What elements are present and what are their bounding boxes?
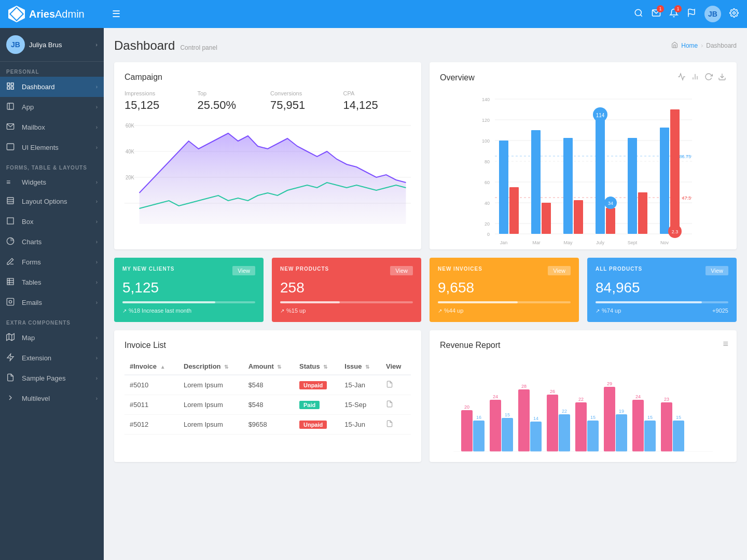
sidebar-item-forms[interactable]: Forms › xyxy=(0,252,104,272)
stat-label-cpa: CPA xyxy=(343,90,411,96)
stat-card-new-clients: MY NEW CLIENTS View 5,125 ↗ %18 Increase… xyxy=(114,258,264,322)
svg-point-22 xyxy=(9,300,11,303)
svg-text:Sept: Sept xyxy=(628,240,638,245)
col-invoice: #Invoice ▲ xyxy=(125,358,178,375)
cell-view-0[interactable] xyxy=(381,375,411,395)
cell-issue-0: 15-Jan xyxy=(339,375,381,395)
svg-text:26: 26 xyxy=(550,389,555,394)
cell-desc-2: Lorem Ipsum xyxy=(178,415,243,435)
invoice-list-card: Invoice List #Invoice ▲ Description ⇅ xyxy=(114,330,421,462)
app-logo[interactable]: AriesAdmin xyxy=(8,6,112,22)
svg-rect-96 xyxy=(559,414,570,452)
overview-card: Overview xyxy=(430,62,737,249)
stat-card-extra-all-products: +9025 xyxy=(712,307,728,314)
sidebar-item-mailbox[interactable]: Mailbox › xyxy=(0,117,104,137)
email-badge: 1 xyxy=(657,5,664,12)
multilevel-icon xyxy=(6,394,18,403)
stat-card-bar-fill-all-products xyxy=(596,301,702,303)
svg-rect-18 xyxy=(7,278,13,285)
extension-icon xyxy=(6,353,18,363)
sort-icon-issue[interactable]: ⇅ xyxy=(365,364,369,370)
sidebar: JB Juliya Brus › PERSONAL Dashboard › Ap… xyxy=(0,28,104,560)
sidebar-username: Juliya Brus xyxy=(29,41,95,49)
sidebar-item-label-map: Map xyxy=(22,334,96,342)
notifications-button[interactable]: 1 xyxy=(669,8,679,20)
sort-icon-description[interactable]: ⇅ xyxy=(224,364,228,370)
svg-rect-99 xyxy=(575,402,587,452)
sidebar-item-emails[interactable]: Emails › xyxy=(0,292,104,313)
sidebar-item-tables[interactable]: Tables › xyxy=(0,272,104,292)
svg-text:20: 20 xyxy=(464,404,469,410)
trend-up-icon-all-products: ↗ xyxy=(596,308,600,314)
breadcrumb-home-link[interactable]: Home xyxy=(681,42,698,49)
cell-view-2[interactable] xyxy=(381,415,411,435)
invoice-table: #Invoice ▲ Description ⇅ Amount ⇅ xyxy=(125,358,411,435)
sidebar-user-profile[interactable]: JB Juliya Brus › xyxy=(0,28,104,62)
svg-rect-100 xyxy=(587,421,599,452)
sidebar-item-widgets[interactable]: ≡ Widgets › xyxy=(0,173,104,191)
stat-card-trend-products: ↗ %15 up xyxy=(280,307,306,314)
stat-card-number-clients: 5,125 xyxy=(122,279,255,296)
svg-text:40: 40 xyxy=(485,201,490,206)
svg-rect-91 xyxy=(518,389,530,452)
search-button[interactable] xyxy=(634,8,643,20)
status-badge-2: Unpaid xyxy=(299,421,327,429)
sidebar-item-multilevel[interactable]: Multilevel › xyxy=(0,388,104,409)
sidebar-item-label-extension: Extension xyxy=(22,354,96,362)
stat-card-footer-clients: ↗ %18 Increase last month xyxy=(122,307,255,314)
sidebar-item-extension[interactable]: Extension › xyxy=(0,348,104,368)
svg-rect-23 xyxy=(7,298,13,305)
stat-card-footer-all-products: ↗ %74 up +9025 xyxy=(596,307,728,314)
svg-rect-88 xyxy=(502,418,513,452)
cell-status-0: Unpaid xyxy=(294,375,339,395)
sidebar-item-arrow-app: › xyxy=(96,104,98,110)
cell-invoice-2: #5012 xyxy=(125,415,178,435)
stat-card-bar-invoices xyxy=(438,301,571,303)
status-badge-0: Unpaid xyxy=(299,381,327,389)
flag-button[interactable] xyxy=(687,8,696,20)
cell-invoice-1: #5011 xyxy=(125,395,178,415)
bar-chart-icon[interactable] xyxy=(691,73,699,82)
sidebar-item-box[interactable]: Box › xyxy=(0,212,104,232)
stat-card-label-invoices: NEW INVOICES xyxy=(438,266,482,272)
sort-icon-amount[interactable]: ⇅ xyxy=(277,364,281,370)
stat-card-bar-clients xyxy=(122,301,255,303)
sidebar-item-map[interactable]: Map › xyxy=(0,328,104,348)
svg-text:15: 15 xyxy=(647,415,653,420)
svg-text:23: 23 xyxy=(664,397,669,402)
sidebar-item-sample-pages[interactable]: Sample Pages › xyxy=(0,368,104,388)
svg-rect-111 xyxy=(661,402,672,452)
sidebar-item-layout-options[interactable]: Layout Options › xyxy=(0,191,104,212)
settings-button[interactable] xyxy=(729,8,739,20)
revenue-menu-icon[interactable]: ≡ xyxy=(723,339,728,349)
svg-text:May: May xyxy=(563,240,573,245)
stat-card-trend-clients: ↗ %18 Increase last month xyxy=(122,307,191,314)
user-avatar[interactable]: JB xyxy=(704,6,721,22)
sort-icon-invoice[interactable]: ▲ xyxy=(160,364,165,370)
sidebar-item-arrow-ui-elements: › xyxy=(96,145,98,150)
line-chart-icon[interactable] xyxy=(677,73,686,82)
refresh-icon[interactable] xyxy=(704,73,713,82)
sidebar-item-app[interactable]: App › xyxy=(0,97,104,117)
sidebar-item-ui-elements[interactable]: UI Elements › xyxy=(0,137,104,158)
sample-pages-icon xyxy=(6,373,18,383)
sidebar-avatar: JB xyxy=(6,35,25,54)
svg-text:47.5: 47.5 xyxy=(682,195,691,201)
sidebar-item-label-dashboard: Dashboard xyxy=(22,83,96,91)
sidebar-item-charts[interactable]: Charts › xyxy=(0,232,104,252)
hamburger-menu-button[interactable]: ☰ xyxy=(112,8,120,20)
stat-card-view-clients-button[interactable]: View xyxy=(232,266,255,275)
stat-card-view-invoices-button[interactable]: View xyxy=(548,266,571,275)
sidebar-item-dashboard[interactable]: Dashboard › xyxy=(0,77,104,97)
sidebar-item-label-mailbox: Mailbox xyxy=(22,123,96,131)
download-icon[interactable] xyxy=(718,73,726,82)
svg-text:15: 15 xyxy=(676,415,681,420)
svg-point-4 xyxy=(733,11,736,14)
sort-icon-status[interactable]: ⇅ xyxy=(323,364,327,370)
sidebar-item-arrow-sample-pages: › xyxy=(96,375,98,381)
email-button[interactable]: 1 xyxy=(652,8,661,20)
stat-card-view-all-products-button[interactable]: View xyxy=(706,266,728,275)
stat-card-view-products-button[interactable]: View xyxy=(390,266,413,275)
svg-text:24: 24 xyxy=(635,394,641,399)
cell-view-1[interactable] xyxy=(381,395,411,415)
